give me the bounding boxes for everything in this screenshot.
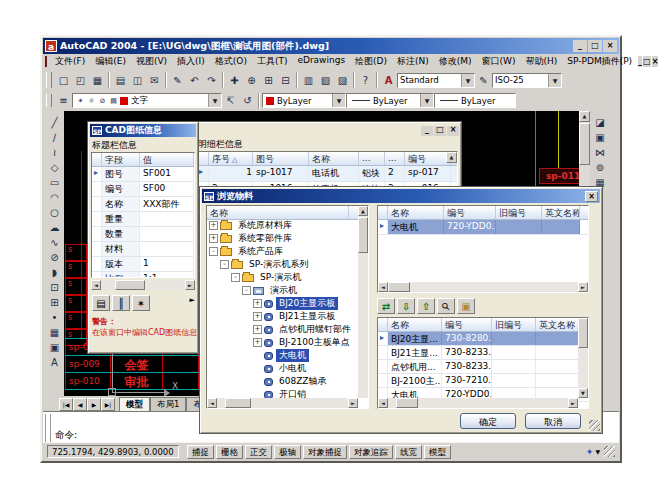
tree-item[interactable]: +系统原材料库 [207,219,358,232]
dialog-resize-grip[interactable] [589,420,600,431]
tab-模型[interactable]: 模型 [119,397,150,411]
construction-line-icon[interactable]: ∕ [47,130,63,145]
detail-close-button[interactable]: × [447,126,459,136]
open-folder-icon[interactable]: ▣ [457,298,475,314]
layer-previous-icon[interactable]: ↺ [239,93,256,109]
expander-icon[interactable]: - [209,247,218,256]
expander-icon[interactable]: + [253,299,262,308]
expander-icon[interactable]: - [242,286,251,295]
polyline-icon[interactable]: ≀ [47,145,63,160]
communication-center-icon[interactable]: ✦ [586,447,594,457]
table-row[interactable]: 比例1:1 [92,272,194,278]
upload-icon[interactable]: ⇧ [417,298,435,314]
scroll-thumb[interactable] [358,217,368,253]
close-button[interactable]: × [603,40,617,52]
table-row[interactable]: ▸大电机720-YDD0... [378,220,588,235]
multiline-text-icon[interactable]: A [47,355,63,370]
status-toggle-7[interactable]: 线宽 [395,445,422,459]
material-list-table[interactable]: 名称编号旧编号英文名称 ▸BJ20主显...730-8280...BJ21主显.… [377,317,589,409]
doc-minimize-button[interactable]: _ [638,56,642,67]
menu-item-8[interactable]: 绘图(D) [350,54,392,69]
menu-item-10[interactable]: 修改(M) [434,54,477,69]
arc-icon[interactable]: ◠ [47,190,63,205]
open-icon[interactable]: ◰ [72,72,89,88]
scroll-thumb[interactable] [396,398,418,408]
ellipse-icon[interactable]: ⊘ [47,250,63,265]
menu-item-12[interactable]: 帮助(H) [521,54,563,69]
tree-vscrollbar[interactable]: ▲ [358,206,368,398]
chevron-down-icon[interactable]: ▼ [548,74,561,87]
tree-item[interactable]: 开口销 [207,388,358,398]
ok-button[interactable]: 确定 [460,413,516,429]
column-header-2[interactable]: 编号 [442,318,492,331]
layer-freeze-icon[interactable]: ☼ [86,93,97,109]
tab-nav-3[interactable]: ▶ [87,398,101,411]
menu-item-5[interactable]: 格式(O) [210,54,252,69]
hatch-icon[interactable]: ▦ [47,325,63,340]
new-icon[interactable]: □ [55,72,72,88]
revision-cloud-icon[interactable]: ☁ [47,220,63,235]
scroll-up-icon[interactable]: ▲ [358,206,368,216]
table-row[interactable]: 数量 [92,227,194,242]
expander-icon[interactable]: - [220,260,229,269]
table-row[interactable]: ▸图号SF001 [92,167,194,182]
expander-icon[interactable]: + [209,221,218,230]
column-header-1[interactable]: 字段 [102,153,140,166]
column-header-3[interactable]: 旧编号 [492,318,536,331]
material-tree-panel[interactable]: 名称 +系统原材料库+系统零部件库-系统产品库-SP-演示机系列-SP-演示机-… [206,205,369,409]
chevron-down-icon[interactable]: ▼ [420,94,433,107]
scroll-thumb[interactable] [579,123,590,165]
scroll-down-icon[interactable]: ▼ [578,388,588,398]
menu-item-7[interactable]: eDrawings [292,54,350,69]
tree-item[interactable]: -演示机 [207,284,358,297]
scroll-up-icon[interactable]: ▲ [446,152,457,163]
spline-icon[interactable]: ∿ [47,235,63,250]
tree-item[interactable]: +BJ20主显示板 [207,297,358,310]
pan-icon[interactable]: ✚ [226,72,243,88]
tab-nav-4[interactable]: ▶| [101,398,115,411]
column-header-4[interactable]: 英文名称 [536,318,580,331]
tree-item[interactable]: 608ZZ轴承 [207,375,358,388]
tree-item[interactable]: -SP-演示机系列 [207,258,358,271]
column-header-4[interactable]: ... [359,152,385,165]
drawing-file-icon[interactable] [45,56,47,67]
columns-icon[interactable]: ║ [112,295,130,311]
scroll-left-icon[interactable]: ◄ [378,282,388,292]
table-row[interactable]: BJ21主显...730-8233... [378,346,588,360]
tree-item[interactable]: 大电机 [207,349,358,362]
expander-icon[interactable]: + [253,312,262,321]
chevron-down-icon[interactable]: ▼ [332,94,345,107]
tool-palettes-icon[interactable]: ▨ [334,72,351,88]
tab-布局1[interactable]: 布局1 [150,397,186,411]
column-header-2[interactable]: 编号 [444,206,496,219]
menu-item-1[interactable]: 文件(F) [50,54,90,69]
toolbar-grip[interactable] [46,72,52,88]
table-row[interactable]: 材料 [92,242,194,257]
help-icon[interactable]: ? [357,72,374,88]
command-window-grip[interactable] [45,414,51,443]
chevron-down-icon[interactable]: ▼ [208,94,221,107]
info-dialog-titlebar[interactable]: SP CAD图纸信息 [90,124,196,137]
layer-on-icon[interactable]: ☀ [75,93,86,109]
table-row[interactable]: 重量 [92,212,194,227]
scroll-left-icon[interactable]: ◄ [378,398,388,408]
designcenter-icon[interactable]: ▧ [317,72,334,88]
save-icon[interactable]: ▦ [89,72,106,88]
status-toggle-1[interactable]: 捕捉 [187,445,214,459]
expander-icon[interactable]: - [231,273,240,282]
layer-combo[interactable]: ☀☼⊘▤ 文字 ▼ [72,93,222,108]
table-row[interactable]: ▸1sp-1017电话机铝块2sp-017 [197,166,457,182]
scroll-thumb[interactable] [578,318,588,348]
column-header-2[interactable]: 值 [140,153,194,166]
bottom-table-hscrollbar[interactable]: ◄ ► [378,398,578,408]
tree-item[interactable]: 小电机 [207,362,358,375]
column-header-3[interactable]: 名称 [309,152,359,165]
circle-icon[interactable]: ○ [47,205,63,220]
menu-item-4[interactable]: 插入(I) [172,54,210,69]
properties-icon[interactable]: ▥ [300,72,317,88]
zoom-window-icon[interactable]: ⊞ [260,72,277,88]
download-icon[interactable]: ⇩ [397,298,415,314]
expander-icon[interactable]: + [253,338,262,347]
status-menu-arrow-icon[interactable]: ▼ [595,448,600,455]
menu-item-13[interactable]: SP-PDM插件(P) [562,54,637,69]
